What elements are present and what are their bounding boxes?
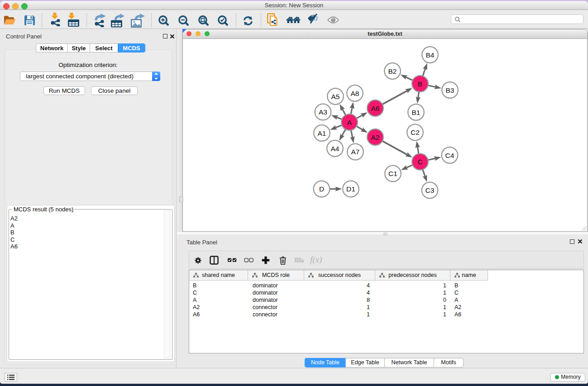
svg-text:A1: A1 — [318, 129, 326, 137]
svg-text:B4: B4 — [426, 51, 435, 59]
svg-text:B2: B2 — [388, 67, 397, 75]
svg-text:C2: C2 — [411, 129, 420, 136]
svg-text:C4: C4 — [445, 152, 454, 159]
svg-text:A5: A5 — [331, 93, 340, 100]
svg-text:C3: C3 — [425, 186, 435, 194]
svg-text:D1: D1 — [346, 185, 355, 193]
svg-text:A6: A6 — [371, 105, 380, 112]
svg-text:A3: A3 — [319, 108, 327, 116]
svg-text:D: D — [319, 185, 324, 193]
svg-text:A7: A7 — [351, 148, 360, 156]
svg-text:A2: A2 — [371, 133, 380, 141]
svg-text:B1: B1 — [412, 109, 421, 116]
svg-text:A: A — [347, 119, 352, 126]
svg-text:C1: C1 — [388, 170, 397, 177]
svg-text:B3: B3 — [446, 86, 454, 94]
svg-text:C: C — [417, 158, 422, 166]
svg-text:B: B — [418, 80, 422, 88]
svg-text:A8: A8 — [351, 90, 359, 97]
svg-text:A4: A4 — [331, 145, 339, 152]
